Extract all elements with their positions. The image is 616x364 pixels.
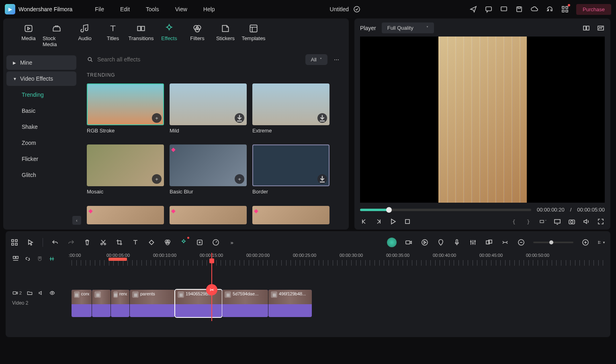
record-icon[interactable] bbox=[405, 238, 413, 246]
snapshot-icon[interactable] bbox=[568, 218, 576, 226]
timeline-clip[interactable]: ▦rence bbox=[111, 290, 129, 317]
timeline-clip[interactable]: ▦ bbox=[92, 290, 111, 317]
undo-icon[interactable] bbox=[51, 238, 59, 246]
mark-out-icon[interactable]: } bbox=[524, 218, 532, 226]
track-options-icon[interactable]: ▼ bbox=[598, 238, 606, 246]
cloud-icon[interactable] bbox=[530, 5, 538, 13]
ai-assistant-icon[interactable] bbox=[387, 238, 397, 247]
more-options-icon[interactable]: ⋯ bbox=[332, 54, 342, 65]
effect-card-rgb-stroke[interactable]: + RGB Stroke bbox=[87, 83, 164, 139]
effect-card-row3a[interactable]: ◆ bbox=[87, 206, 164, 230]
group-icon[interactable] bbox=[485, 238, 493, 246]
mark-in-icon[interactable]: { bbox=[510, 218, 518, 226]
sidebar-sub-zoom[interactable]: Zoom bbox=[6, 136, 76, 150]
sidebar-sub-basic[interactable]: Basic bbox=[6, 104, 76, 118]
tab-stickers[interactable]: Stickers bbox=[211, 23, 239, 47]
stop-icon[interactable] bbox=[403, 218, 411, 226]
text-icon[interactable] bbox=[131, 238, 139, 246]
download-icon[interactable] bbox=[317, 174, 327, 184]
sidebar-mine[interactable]: ▶Mine bbox=[6, 55, 76, 70]
magnet-icon[interactable] bbox=[36, 255, 43, 262]
next-frame-icon[interactable] bbox=[375, 218, 383, 226]
zoom-slider[interactable] bbox=[533, 242, 573, 243]
fullscreen-icon[interactable] bbox=[597, 218, 605, 226]
aspect-icon[interactable]: ˅ bbox=[539, 218, 547, 226]
tab-transitions[interactable]: Transitions bbox=[127, 23, 155, 47]
folder-icon[interactable] bbox=[27, 290, 33, 296]
sidebar-sub-flicker[interactable]: Flicker bbox=[6, 152, 76, 166]
menu-help[interactable]: Help bbox=[197, 3, 221, 16]
delete-icon[interactable] bbox=[83, 238, 91, 246]
add-track-icon[interactable] bbox=[12, 255, 19, 262]
search-input[interactable] bbox=[97, 56, 301, 63]
auto-ripple-icon[interactable] bbox=[48, 255, 55, 262]
effect-card-row3c[interactable]: ◆ bbox=[252, 206, 329, 230]
preview-viewport[interactable] bbox=[360, 37, 605, 203]
menu-edit[interactable]: Edit bbox=[114, 3, 136, 16]
add-icon[interactable]: + bbox=[235, 174, 244, 184]
timeline-clip[interactable]: ▦496f129b48... bbox=[268, 290, 312, 317]
effect-card-extreme[interactable]: Extreme bbox=[252, 83, 329, 139]
effect-card-mild[interactable]: Mild bbox=[170, 83, 247, 139]
prev-frame-icon[interactable] bbox=[360, 218, 368, 226]
enhance-icon[interactable] bbox=[196, 238, 204, 246]
color-icon[interactable] bbox=[164, 238, 172, 246]
select-tool-icon[interactable] bbox=[27, 238, 35, 246]
zoom-out-icon[interactable] bbox=[517, 238, 525, 246]
support-icon[interactable] bbox=[546, 5, 554, 13]
link-icon[interactable] bbox=[24, 255, 31, 262]
render-icon[interactable] bbox=[421, 238, 429, 246]
tab-effects[interactable]: Effects bbox=[155, 23, 183, 47]
save-icon[interactable] bbox=[515, 5, 523, 13]
effect-card-mosaic[interactable]: + Mosaic bbox=[87, 144, 164, 200]
keyframe-icon[interactable] bbox=[147, 238, 156, 246]
volume-icon[interactable] bbox=[582, 218, 590, 226]
speed-icon[interactable] bbox=[212, 238, 220, 246]
play-icon[interactable] bbox=[389, 218, 397, 226]
mute-icon[interactable] bbox=[38, 290, 44, 296]
redo-icon[interactable] bbox=[67, 238, 75, 246]
timeline-clip[interactable]: ▦parents bbox=[130, 290, 175, 317]
apps-icon[interactable] bbox=[561, 5, 569, 13]
tab-audio[interactable]: Audio bbox=[71, 23, 99, 47]
zoom-in-icon[interactable] bbox=[581, 238, 589, 246]
track-lane[interactable]: ▦conc▦▦rence▦parents▦19406529B...▦5d7594… bbox=[72, 268, 606, 332]
timeline-clip[interactable]: ▦conc bbox=[72, 290, 92, 317]
screen-icon[interactable] bbox=[500, 5, 508, 13]
download-icon[interactable] bbox=[235, 113, 244, 123]
sidebar-sub-shake[interactable]: Shake bbox=[6, 120, 76, 134]
menu-tools[interactable]: Tools bbox=[139, 3, 166, 16]
crop-icon[interactable] bbox=[115, 238, 123, 246]
fit-icon[interactable] bbox=[501, 238, 509, 246]
marker-icon[interactable] bbox=[437, 238, 445, 246]
tab-stock-media[interactable]: Stock Media bbox=[43, 23, 71, 47]
scopes-icon[interactable] bbox=[597, 24, 605, 32]
send-icon[interactable] bbox=[469, 5, 477, 13]
add-icon[interactable]: + bbox=[152, 174, 162, 184]
display-icon[interactable] bbox=[553, 218, 561, 226]
more-tools-icon[interactable]: » bbox=[228, 238, 236, 246]
tab-titles[interactable]: Titles bbox=[99, 23, 127, 47]
scissor-icon[interactable]: ✂ bbox=[206, 284, 217, 295]
sidebar-sub-glitch[interactable]: Glitch bbox=[6, 168, 76, 182]
effect-card-row3b[interactable]: ◆ bbox=[170, 206, 247, 230]
purchase-button[interactable]: Purchase bbox=[576, 4, 611, 15]
menu-file[interactable]: File bbox=[88, 3, 111, 16]
sidebar-video-effects[interactable]: ▼Video Effects bbox=[6, 71, 76, 86]
timeline-clip[interactable]: ▦5d7594dae... bbox=[222, 290, 268, 317]
effect-card-border[interactable]: Border bbox=[252, 144, 329, 200]
mixer-icon[interactable] bbox=[469, 238, 477, 246]
sidebar-sub-trending[interactable]: Trending bbox=[6, 87, 76, 102]
tab-templates[interactable]: Templates bbox=[239, 23, 268, 47]
filter-dropdown[interactable]: All˅ bbox=[305, 54, 327, 65]
quality-dropdown[interactable]: Full Quality˅ bbox=[382, 22, 434, 33]
voiceover-icon[interactable] bbox=[453, 238, 461, 246]
cut-icon[interactable] bbox=[99, 238, 107, 246]
tab-media[interactable]: Media bbox=[14, 23, 43, 47]
timeline-ruler[interactable]: :00:0000:00:05:0000:00:10:0000:00:15:000… bbox=[72, 253, 606, 266]
cloud-sync-icon[interactable] bbox=[353, 5, 361, 13]
effect-card-basic-blur[interactable]: ◆+ Basic Blur bbox=[170, 144, 247, 200]
compare-view-icon[interactable] bbox=[582, 24, 590, 32]
ai-sparkle-icon[interactable] bbox=[180, 238, 188, 246]
feedback-icon[interactable] bbox=[485, 5, 493, 13]
